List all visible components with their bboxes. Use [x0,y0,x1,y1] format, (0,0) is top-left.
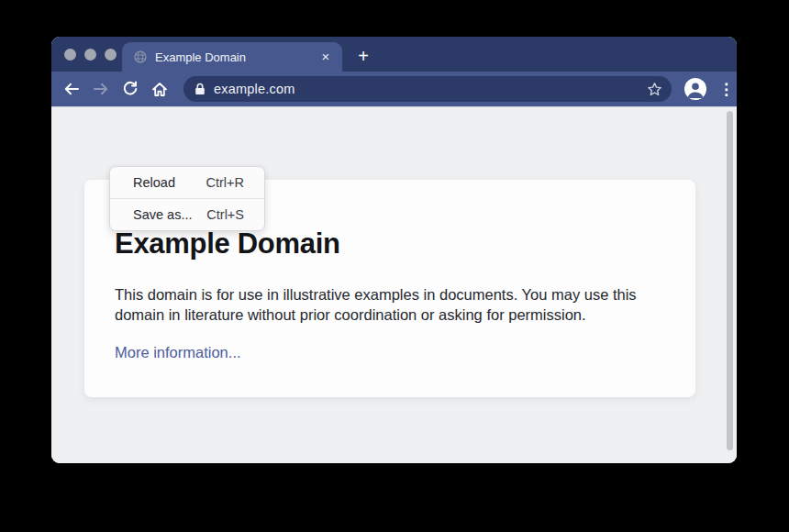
menu-item-label: Reload [133,175,175,190]
star-icon [647,82,662,97]
home-icon [151,82,168,97]
browser-menu-button[interactable]: ⋮ [718,80,733,99]
url-text: example.com [214,82,294,96]
forward-button[interactable] [86,76,116,102]
context-menu-item-reload[interactable]: Reload Ctrl+R [110,167,264,198]
forward-arrow-icon [93,82,109,96]
reload-button[interactable] [116,76,145,102]
user-avatar-icon [684,78,706,100]
address-bar[interactable]: example.com [183,76,672,102]
tab-title: Example Domain [155,50,246,64]
back-arrow-icon [63,82,80,96]
bookmark-button[interactable] [645,80,663,98]
vertical-scrollbar-thumb[interactable] [727,111,733,450]
window-close-button[interactable] [64,49,76,61]
menu-item-shortcut: Ctrl+R [206,175,245,190]
menu-item-label: Save as... [133,207,192,222]
new-tab-button[interactable]: + [351,45,375,69]
favicon-globe-icon [134,50,147,63]
titlebar: Example Domain × + [51,37,737,72]
context-menu: Reload Ctrl+R Save as... Ctrl+S [109,166,265,231]
window-minimize-button[interactable] [84,49,96,61]
tab-close-button[interactable]: × [317,49,334,65]
menu-item-shortcut: Ctrl+S [206,207,244,222]
browser-tab[interactable]: Example Domain × [122,42,342,72]
toolbar: example.com ⋮ [51,72,737,107]
page-heading: Example Domain [115,227,661,260]
traffic-lights [64,49,117,61]
secure-lock-icon [194,83,206,95]
context-menu-item-save-as[interactable]: Save as... Ctrl+S [110,199,264,230]
page-content: Example Domain This domain is for use in… [51,107,737,463]
page-paragraph: This domain is for use in illustrative e… [115,284,654,325]
profile-avatar-button[interactable] [684,78,706,100]
more-information-link[interactable]: More information... [115,344,241,361]
browser-window: Example Domain × + [51,37,737,463]
home-button[interactable] [145,76,174,102]
reload-icon [122,81,139,97]
back-button[interactable] [57,76,86,102]
window-zoom-button[interactable] [105,49,117,61]
